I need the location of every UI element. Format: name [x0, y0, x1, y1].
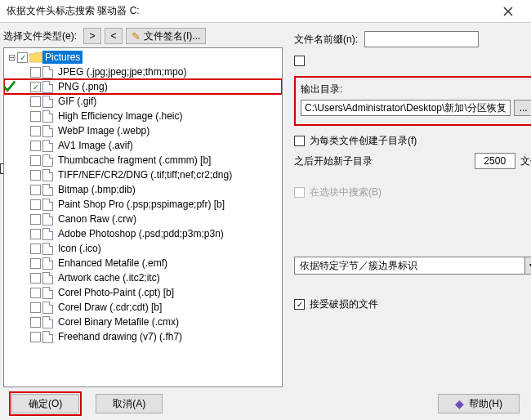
- file-icon: [42, 96, 53, 108]
- tree-item[interactable]: GIF (.gif): [4, 94, 282, 109]
- expand-icon[interactable]: ⊟: [6, 52, 17, 63]
- search-selection-checkbox: [294, 187, 305, 198]
- after-label-b: 文件: [520, 154, 531, 168]
- tree-item[interactable]: Corel Draw (.cdr;cdt) [b]: [4, 300, 282, 315]
- tree-label: Canon Raw (.crw): [56, 212, 139, 226]
- file-icon: [42, 154, 53, 167]
- boundary-combo[interactable]: 依据特定字节／簇边界标识 ▾: [294, 257, 531, 275]
- tree-root-pictures[interactable]: ⊟Pictures: [4, 50, 282, 65]
- tree-label: GIF (.gif): [56, 95, 99, 108]
- ok-button[interactable]: 确定(O): [11, 394, 79, 413]
- tree-label: High Efficiency Image (.heic): [56, 109, 185, 123]
- tree-checkbox[interactable]: [30, 229, 41, 239]
- tree-checkbox[interactable]: [30, 67, 41, 78]
- search-selection-label: 在选块中搜索(B): [310, 185, 382, 199]
- tree-label: PNG (.png): [56, 80, 110, 93]
- tree-checkbox[interactable]: [30, 96, 41, 107]
- tree-label: Enhanced Metafile (.emf): [56, 257, 170, 270]
- tree-checkbox[interactable]: [30, 258, 41, 269]
- signature-label: 文件签名(I)...: [144, 29, 200, 43]
- tree-item[interactable]: TIFF/NEF/CR2/DNG (.tif;tiff;nef;cr2;dng): [4, 168, 282, 182]
- tree-label: JPEG (.jpg;jpeg;jpe;thm;mpo): [56, 65, 189, 78]
- file-icon: [42, 302, 53, 314]
- tree-label: Corel Binary Metafile (.cmx): [56, 315, 181, 328]
- tree-item[interactable]: AV1 Image (.avif): [4, 138, 282, 153]
- tree-checkbox[interactable]: [30, 214, 41, 225]
- file-icon: [42, 110, 53, 123]
- tree-item[interactable]: Enhanced Metafile (.emf): [4, 256, 282, 270]
- tree-item[interactable]: Icon (.ico): [4, 241, 282, 256]
- cancel-button[interactable]: 取消(A): [96, 394, 163, 413]
- file-icon: [42, 243, 53, 255]
- help-icon: ◆: [455, 397, 464, 410]
- tree-item[interactable]: Canon Raw (.crw): [4, 212, 282, 226]
- tree-checkbox[interactable]: [30, 199, 41, 210]
- file-icon: [42, 199, 53, 211]
- close-icon: [503, 7, 513, 16]
- browse-button[interactable]: ...: [514, 100, 531, 116]
- tree-item[interactable]: Paint Shop Pro (.psp;pspimage;pfr) [b]: [4, 197, 282, 212]
- file-icon: [42, 272, 53, 284]
- tree-checkbox[interactable]: [30, 332, 41, 342]
- prev-button[interactable]: >: [83, 28, 101, 44]
- tree-item[interactable]: Corel Binary Metafile (.cmx): [4, 315, 282, 329]
- tree-label: Freehand drawing (v7) (.fh7): [56, 330, 185, 343]
- create-subdir-checkbox[interactable]: [294, 136, 305, 146]
- tree-item[interactable]: WebP Image (.webp): [4, 123, 282, 138]
- file-icon: [42, 125, 53, 137]
- tree-checkbox[interactable]: [30, 288, 41, 298]
- tree-item[interactable]: Thumbcache fragment (.cmmm) [b]: [4, 153, 282, 168]
- create-subdir-label: 为每类文件创建子目录(f): [310, 134, 417, 148]
- next-button[interactable]: <: [105, 28, 123, 44]
- tree-checkbox[interactable]: [30, 302, 41, 313]
- window-title: 依据文件头标志搜索 驱动器 C:: [7, 4, 492, 18]
- outdir-field[interactable]: C:\Users\Administrator\Desktop\新加\分区恢复: [301, 100, 511, 116]
- boundary-combo-value: 依据特定字节／簇边界标识: [295, 259, 524, 273]
- tree-checkbox[interactable]: [30, 155, 41, 166]
- tree-item[interactable]: Adobe Photoshop (.psd;pdd;p3m;p3n): [4, 226, 282, 241]
- tree-checkbox[interactable]: [17, 52, 28, 63]
- file-icon: [42, 169, 53, 181]
- tree-label: TIFF/NEF/CR2/DNG (.tif;tiff;nef;cr2;dng): [56, 168, 234, 181]
- toolbar: 选择文件类型(e): > < ✎ 文件签名(I)...: [3, 26, 283, 47]
- help-button[interactable]: ◆ 帮助(H): [438, 394, 520, 413]
- tree-checkbox[interactable]: [30, 273, 41, 284]
- subdir-count-input[interactable]: [475, 153, 515, 169]
- tree-label: Artwork cache (.itc2;itc): [56, 271, 163, 284]
- file-icon: [42, 66, 53, 78]
- tree-checkbox[interactable]: [30, 244, 41, 254]
- tree-item[interactable]: JPEG (.jpg;jpeg;jpe;thm;mpo): [4, 65, 282, 79]
- prefix-input[interactable]: [364, 31, 479, 47]
- tree-item[interactable]: High Efficiency Image (.heic): [4, 109, 282, 123]
- tree-checkbox[interactable]: [30, 111, 41, 122]
- tree-item[interactable]: Artwork cache (.itc2;itc): [4, 270, 282, 285]
- signature-button[interactable]: ✎ 文件签名(I)...: [126, 28, 206, 44]
- tree-label: Corel Draw (.cdr;cdt) [b]: [56, 301, 164, 314]
- close-button[interactable]: [492, 0, 524, 23]
- prefix-checkbox[interactable]: [294, 56, 305, 66]
- tree-checkbox[interactable]: [30, 185, 41, 195]
- tree-checkbox[interactable]: [30, 170, 41, 181]
- file-icon: [42, 81, 53, 93]
- accept-damaged-checkbox[interactable]: [294, 299, 305, 310]
- file-icon: [42, 257, 53, 270]
- tree-item[interactable]: Bitmap (.bmp;dib): [4, 182, 282, 197]
- tree-checkbox[interactable]: [30, 126, 41, 136]
- tree-checkbox[interactable]: [30, 82, 41, 92]
- tree-label: Adobe Photoshop (.psd;pdd;p3m;p3n): [56, 227, 226, 240]
- tree-item[interactable]: Corel Photo-Paint (.cpt) [b]: [4, 285, 282, 300]
- outdir-label: 输出目录:: [301, 83, 531, 96]
- tree-checkbox[interactable]: [30, 317, 41, 328]
- output-dir-block: 输出目录: C:\Users\Administrator\Desktop\新加\…: [294, 76, 531, 126]
- tree-checkbox[interactable]: [30, 141, 41, 151]
- tree-view[interactable]: ⊟PicturesJPEG (.jpg;jpeg;jpe;thm;mpo)PNG…: [3, 47, 283, 387]
- pencil-icon: ✎: [132, 30, 141, 42]
- prefix-label: 文件名前缀(n):: [294, 33, 358, 47]
- tree-label: Pictures: [42, 51, 83, 64]
- tree-item[interactable]: Freehand drawing (v7) (.fh7): [4, 329, 282, 344]
- chevron-down-icon: ▾: [524, 257, 531, 274]
- tree-label: Thumbcache fragment (.cmmm) [b]: [56, 154, 213, 167]
- tree-label: Icon (.ico): [56, 242, 104, 255]
- tree-item[interactable]: PNG (.png): [4, 79, 282, 94]
- filetype-label: 选择文件类型(e):: [3, 29, 77, 43]
